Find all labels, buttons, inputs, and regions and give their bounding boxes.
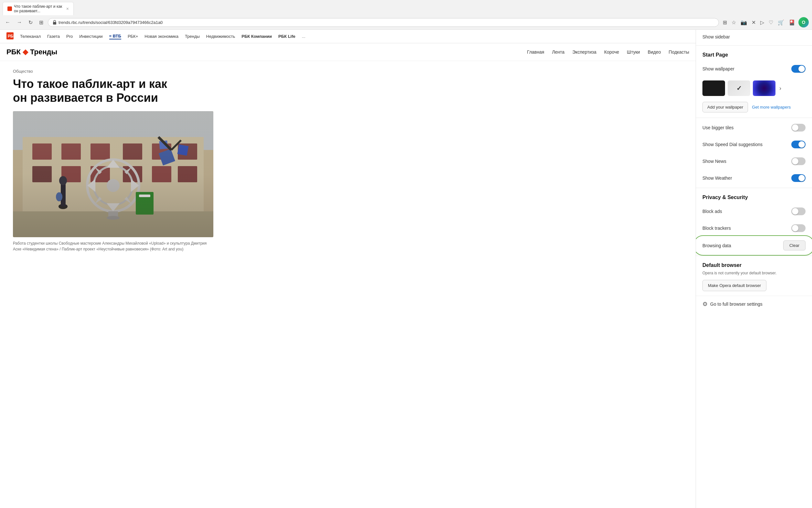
divider-1 (696, 45, 812, 46)
make-default-button[interactable]: Make Opera default browser (702, 280, 766, 291)
use-bigger-tiles-row: Use bigger tiles (696, 119, 812, 136)
use-bigger-tiles-toggle[interactable] (791, 124, 806, 131)
bookmark-icon[interactable]: ☆ (730, 18, 737, 27)
show-news-row: Show News (696, 153, 812, 170)
nav-shtuki[interactable]: Штуки (627, 49, 640, 55)
rbc-brand: РБК ◆ Тренды (6, 48, 57, 56)
divider-4 (696, 256, 812, 256)
nav-kompanii[interactable]: РБК Компании (241, 34, 272, 39)
nav-bar: ← → ↻ ⊞ trends.rbc.ru/trends/social/633f… (0, 15, 812, 30)
show-news-label: Show News (702, 159, 726, 164)
address-bar[interactable]: trends.rbc.ru/trends/social/633fd3209a79… (48, 18, 719, 27)
tab-bar: Что такое паблик-арт и как он развивает.… (0, 0, 812, 15)
nav-video[interactable]: Видео (648, 49, 661, 55)
nav-investitsii[interactable]: Инвестиции (79, 34, 103, 39)
show-speed-dial-label: Show Speed Dial suggestions (702, 142, 763, 147)
block-ads-row: Block ads (696, 203, 812, 220)
nav-more[interactable]: ... (302, 34, 306, 39)
back-button[interactable]: ← (3, 18, 12, 27)
wallpaper-thumbs-row: › (696, 77, 812, 99)
rbc-main-nav: Главная Лента Экспертиза Короче Штуки Ви… (527, 49, 689, 55)
rbc-brand-name: РБК (6, 48, 21, 56)
block-trackers-label: Block trackers (702, 225, 731, 231)
clear-button[interactable]: Clear (783, 241, 806, 250)
nav-lenta[interactable]: Лента (552, 49, 565, 55)
nav-life[interactable]: РБК Life (278, 34, 295, 39)
wallpaper-next-btn[interactable]: › (778, 84, 782, 93)
cart-icon[interactable]: 🛒 (776, 18, 785, 27)
svg-text:РБК: РБК (8, 34, 13, 38)
nav-telekanal[interactable]: Телеканал (20, 34, 41, 39)
wallpaper-light[interactable] (728, 80, 750, 96)
article-title: Что такое паблик-арт и какон развивается… (13, 77, 233, 105)
wallpaper-dark[interactable] (702, 80, 725, 96)
lock-icon (53, 20, 56, 25)
get-more-wallpapers-link[interactable]: Get more wallpapers (752, 105, 791, 110)
main-content: РБК Телеканал Газета Pro Инвестиции ≡ ВТ… (0, 30, 812, 508)
use-bigger-tiles-label: Use bigger tiles (702, 125, 734, 130)
show-news-toggle[interactable] (791, 157, 806, 165)
block-ads-toggle[interactable] (791, 207, 806, 215)
active-tab[interactable]: Что такое паблик-арт и как он развивает.… (3, 2, 74, 15)
heart-icon[interactable]: ♡ (767, 18, 774, 27)
show-weather-toggle[interactable] (791, 174, 806, 182)
show-wallpaper-label: Show wallpaper (702, 66, 734, 72)
full-settings-row[interactable]: ⚙ Go to full browser settings (696, 296, 812, 312)
nav-gazeta[interactable]: Газета (47, 34, 60, 39)
show-sidebar-label: Show sidebar (702, 34, 730, 39)
nav-koroche[interactable]: Короче (604, 49, 619, 55)
extensions-icon[interactable]: ⊞ (722, 18, 728, 27)
diamond-icon: ◆ (23, 48, 28, 56)
rbc-header: РБК ◆ Тренды Главная Лента Экспертиза Ко… (0, 43, 696, 61)
svg-rect-0 (53, 22, 56, 25)
wallet-icon[interactable]: 🎴 (787, 18, 797, 27)
article-area: Общество Что такое паблик-арт и какон ра… (0, 61, 246, 260)
camera-icon[interactable]: 📷 (739, 18, 748, 27)
wallpaper-blue[interactable] (753, 80, 775, 96)
browsing-data-label: Browsing data (702, 243, 731, 248)
browsing-data-row: Browsing data Clear (696, 237, 812, 254)
reload-button[interactable]: ↻ (27, 18, 35, 27)
browser-chrome: Что такое паблик-арт и как он развивает.… (0, 0, 812, 30)
nav-nedvizhimost[interactable]: Недвижимость (206, 34, 235, 39)
full-settings-label: Go to full browser settings (710, 301, 763, 307)
nav-vtb[interactable]: ≡ ВТБ (109, 34, 121, 39)
tab-close-btn[interactable]: × (66, 6, 69, 11)
divider-3 (696, 188, 812, 188)
nav-novaya-ekonomika[interactable]: Новая экономика (145, 34, 178, 39)
grid-button[interactable]: ⊞ (37, 18, 45, 27)
settings-gear-icon: ⚙ (702, 301, 707, 308)
show-speed-dial-row: Show Speed Dial suggestions (696, 136, 812, 153)
nav-podkasty[interactable]: Подкасты (669, 49, 689, 55)
default-browser-desc: Opera is not currently your default brow… (696, 271, 812, 279)
privacy-security-title: Privacy & Security (696, 189, 812, 203)
divider-2 (696, 118, 812, 118)
article-category: Общество (13, 69, 233, 74)
share-icon[interactable]: ▷ (759, 18, 766, 27)
show-speed-dial-toggle[interactable] (791, 140, 806, 148)
show-sidebar-row: Show sidebar (696, 30, 812, 44)
nav-pro[interactable]: Pro (66, 34, 73, 39)
show-weather-row: Show Weather (696, 170, 812, 186)
photo-overlay (13, 111, 213, 237)
opera-logo[interactable]: O (799, 17, 809, 28)
toolbar-icons: ⊞ ☆ 📷 ✕ ▷ ♡ 🛒 🎴 O (722, 17, 809, 28)
forward-button[interactable]: → (15, 18, 24, 27)
wallpaper-actions-row: Add your wallpaper Get more wallpapers (696, 99, 812, 116)
start-page-title: Start Page (696, 47, 812, 60)
nav-rbkplus[interactable]: РБК+ (128, 34, 138, 39)
default-browser-title: Default browser (696, 257, 812, 271)
tab-title: Что такое паблик-арт и как он развивает.… (14, 4, 64, 13)
close-icon[interactable]: ✕ (750, 18, 757, 27)
url-display: trends.rbc.ru/trends/social/633fd3209a79… (58, 20, 163, 25)
article-caption: Работа студентки школы Свободные мастерс… (13, 241, 213, 252)
nav-ekspertiza[interactable]: Экспертиза (572, 49, 596, 55)
show-wallpaper-toggle[interactable] (791, 65, 806, 73)
show-wallpaper-row: Show wallpaper (696, 60, 812, 77)
add-wallpaper-btn[interactable]: Add your wallpaper (702, 102, 748, 113)
nav-trendy[interactable]: Тренды (185, 34, 200, 39)
nav-glavnaya[interactable]: Главная (527, 49, 544, 55)
rbc-logo-small: РБК (6, 32, 13, 40)
block-trackers-toggle[interactable] (791, 224, 806, 232)
article-image (13, 111, 213, 237)
